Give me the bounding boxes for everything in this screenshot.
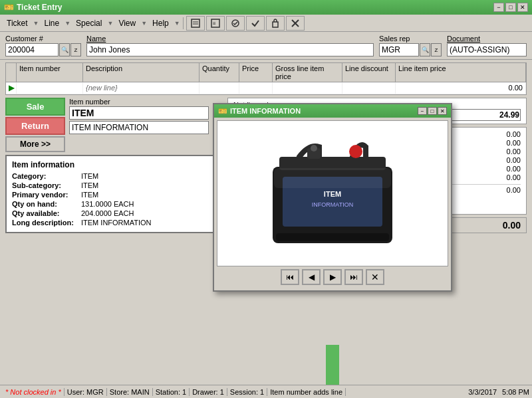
toolbar-btn-5[interactable] — [266, 16, 285, 31]
menu-ticket[interactable]: Ticket — [3, 17, 32, 29]
category-label: Category: — [12, 172, 78, 180]
table-row[interactable]: ▶ {new line} 0.00 — [6, 82, 526, 94]
dialog-title: 🎫 ITEM INFORMATION — [218, 107, 301, 116]
return-button[interactable]: Return — [5, 117, 65, 135]
th-description: Description — [83, 63, 200, 82]
name-label: Name — [86, 35, 374, 43]
th-indicator — [6, 63, 17, 82]
svg-text:≡: ≡ — [213, 21, 216, 27]
form-area: Customer # 🔍 Z Name Sales rep 🔍 Z Docume… — [0, 32, 532, 60]
item-information-section: Item information Category: ITEM Sub-cate… — [5, 155, 225, 233]
longdesc-value: ITEM INFORMATION — [81, 219, 152, 227]
nav-prev-btn[interactable]: ◀ — [302, 269, 321, 285]
th-discount: Line discount — [342, 63, 396, 82]
status-date: 3/3/2017 — [468, 388, 497, 396]
dialog-minimize-btn[interactable]: − — [418, 107, 427, 115]
menu-line[interactable]: Line — [40, 17, 63, 29]
minimize-button[interactable]: − — [493, 3, 504, 12]
status-datetime: 3/3/2017 5:08 PM — [468, 388, 529, 396]
name-input[interactable] — [86, 43, 374, 56]
nav-stop-btn[interactable]: ✕ — [366, 269, 384, 285]
dialog-title-bar: 🎫 ITEM INFORMATION − □ ✕ — [214, 104, 451, 118]
toolbar-btn-6[interactable] — [286, 16, 305, 31]
nav-play-btn[interactable]: ▶ — [323, 269, 342, 285]
more-button[interactable]: More >> — [5, 136, 65, 152]
salesrep-input[interactable] — [379, 43, 419, 56]
dialog-nav: ⏮ ◀ ▶ ⏭ ✕ — [217, 266, 448, 288]
info-row-category: Category: ITEM — [12, 172, 218, 180]
qty-hand-label: Qty on hand: — [12, 200, 78, 208]
action-buttons: Sale Return More >> — [5, 98, 65, 152]
window-controls: − □ ✕ — [493, 3, 528, 12]
item-info-input[interactable] — [69, 121, 209, 134]
item-info-dialog: 🎫 ITEM INFORMATION − □ ✕ — [213, 103, 452, 292]
dialog-close-btn[interactable]: ✕ — [438, 107, 447, 115]
td-description: {new line} — [83, 82, 200, 94]
vendor-label: Primary vendor: — [12, 191, 78, 199]
left-panel: Sale Return More >> Item number Item inf… — [5, 98, 225, 233]
customer-edit-btn[interactable]: Z — [70, 43, 81, 56]
customer-field-group: Customer # 🔍 Z — [5, 35, 81, 56]
qty-avail-label: Qty available: — [12, 209, 78, 217]
menu-bar: Ticket ▼ Line ▼ Special ▼ View ▼ Help ▼ … — [0, 15, 532, 32]
td-gross — [273, 82, 342, 94]
status-bar: * Not clocked in * User: MGR Store: MAIN… — [0, 385, 532, 398]
nav-first-btn[interactable]: ⏮ — [281, 269, 299, 285]
battery-image: ITEM INFORMATION — [259, 134, 406, 253]
green-connector — [326, 345, 339, 385]
subcategory-label: Sub-category: — [12, 181, 78, 189]
customer-input[interactable] — [5, 43, 59, 56]
salesrep-search-btn[interactable]: 🔍 — [420, 43, 430, 56]
status-drawer: Drawer: 1 — [190, 388, 227, 396]
svg-text:INFORMATION: INFORMATION — [312, 201, 353, 208]
toolbar-separator — [183, 17, 184, 29]
app-title: 🎫 Ticket Entry — [4, 3, 62, 12]
td-discount — [342, 82, 396, 94]
close-button[interactable]: ✕ — [517, 3, 528, 12]
th-quantity: Quantity — [200, 63, 239, 82]
svg-rect-0 — [192, 19, 200, 27]
svg-point-12 — [311, 145, 317, 151]
toolbar-btn-1[interactable] — [186, 16, 205, 31]
salesrep-edit-btn[interactable]: Z — [431, 43, 442, 56]
status-user: User: MGR — [65, 388, 107, 396]
menu-special[interactable]: Special — [72, 17, 106, 29]
info-row-longdesc: Long description: ITEM INFORMATION — [12, 219, 218, 227]
amount-due-value: 0.00 — [503, 220, 521, 231]
status-message: Item number adds line — [267, 388, 346, 396]
toolbar-btn-3[interactable] — [226, 16, 245, 31]
toolbar-btn-2[interactable]: ≡ — [206, 16, 225, 31]
dialog-content: ITEM INFORMATION ⏮ ◀ ▶ ⏭ ✕ — [214, 118, 451, 290]
svg-text:ITEM: ITEM — [324, 190, 341, 198]
document-field-group: Document — [447, 35, 527, 56]
battery-image-area: ITEM INFORMATION — [217, 120, 448, 266]
status-station: Station: 1 — [153, 388, 190, 396]
menu-view[interactable]: View — [114, 17, 140, 29]
item-number-label: Item number — [69, 98, 225, 106]
td-quantity — [200, 82, 239, 94]
item-table: Item number Description Quantity Price G… — [5, 62, 527, 95]
status-session: Session: 1 — [227, 388, 267, 396]
toolbar-btn-4[interactable] — [246, 16, 265, 31]
customer-search-btn[interactable]: 🔍 — [59, 43, 70, 56]
subcategory-value: ITEM — [81, 181, 98, 189]
sale-button[interactable]: Sale — [5, 98, 65, 116]
table-header: Item number Description Quantity Price G… — [6, 63, 526, 82]
title-bar: 🎫 Ticket Entry − □ ✕ — [0, 0, 532, 15]
qty-hand-value: 131.0000 EACH — [81, 200, 134, 208]
customer-label: Customer # — [5, 35, 81, 43]
item-number-input[interactable] — [69, 106, 209, 120]
th-price: Price — [239, 63, 273, 82]
restore-button[interactable]: □ — [505, 3, 516, 12]
salesrep-field-group: Sales rep 🔍 Z — [379, 35, 442, 56]
nav-next-btn[interactable]: ⏭ — [344, 269, 363, 285]
svg-rect-14 — [352, 147, 359, 156]
salesrep-label: Sales rep — [379, 35, 442, 43]
svg-rect-18 — [274, 168, 391, 188]
status-not-clocked: * Not clocked in * — [3, 388, 65, 396]
item-info-title: Item information — [12, 160, 218, 169]
dialog-restore-btn[interactable]: □ — [428, 107, 437, 115]
menu-help[interactable]: Help — [148, 17, 173, 29]
status-time: 5:08 PM — [502, 388, 529, 396]
document-input[interactable] — [447, 43, 527, 56]
